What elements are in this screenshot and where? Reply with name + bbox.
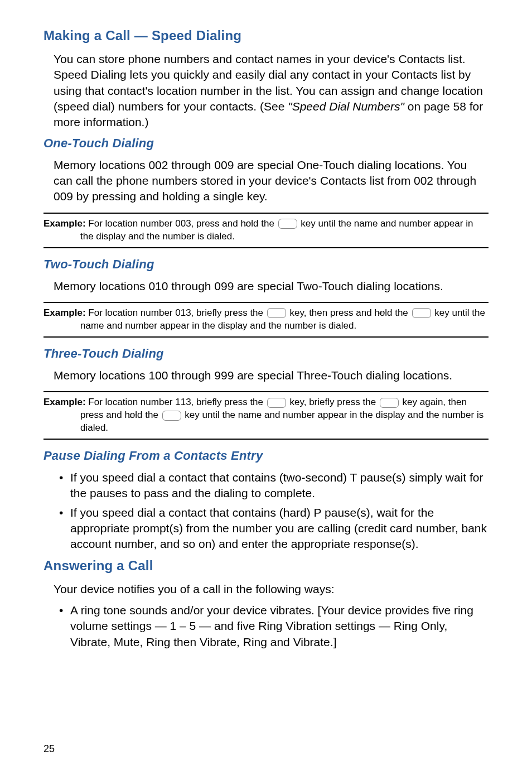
one-touch-paragraph: Memory locations 002 through 009 are spe… — [54, 157, 489, 205]
list-item: If you speed dial a contact that contain… — [59, 505, 489, 552]
list-item: A ring tone sounds and/or your device vi… — [59, 603, 489, 650]
ex2-b: key, then press and hold the — [287, 307, 411, 318]
example-box-one-touch: Example: For location number 003, press … — [43, 213, 489, 248]
key-3-icon — [162, 411, 181, 421]
example-label: Example: — [43, 307, 86, 318]
heading-pause-dialing: Pause Dialing From a Contacts Entry — [43, 449, 489, 463]
key-1-icon — [267, 398, 286, 408]
example-label: Example: — [43, 218, 86, 229]
heading-making-a-call: Making a Call — Speed Dialing — [43, 28, 489, 44]
key-1-icon — [380, 398, 399, 408]
two-touch-paragraph: Memory locations 010 through 099 are spe… — [54, 278, 489, 294]
three-touch-paragraph: Memory locations 100 through 999 are spe… — [54, 368, 489, 383]
example-one-touch-text: Example: For location number 003, press … — [43, 218, 489, 243]
key-3-icon — [412, 308, 431, 318]
pause-dialing-list: If you speed dial a contact that contain… — [59, 470, 489, 552]
answering-paragraph: Your device notifies you of a call in th… — [54, 581, 489, 597]
key-3-icon — [278, 219, 297, 229]
ex3-a: For location number 113, briefly press t… — [86, 397, 266, 407]
page-number: 25 — [43, 743, 55, 755]
heading-three-touch: Three-Touch Dialing — [43, 346, 489, 361]
heading-answering-call: Answering a Call — [43, 558, 489, 574]
intro-paragraph: You can store phone numbers and contact … — [54, 51, 489, 131]
example-box-two-touch: Example: For location number 013, briefl… — [43, 302, 489, 338]
example-three-touch-text: Example: For location number 113, briefl… — [43, 396, 489, 435]
heading-one-touch: One-Touch Dialing — [43, 136, 489, 151]
example-label: Example: — [43, 397, 86, 407]
intro-link-ref: "Speed Dial Numbers" — [288, 100, 404, 113]
key-1-icon — [267, 308, 286, 318]
answering-list: A ring tone sounds and/or your device vi… — [59, 603, 489, 650]
ex2-a: For location number 013, briefly press t… — [86, 307, 266, 318]
ex3-b: key, briefly press the — [287, 397, 379, 407]
list-item: If you speed dial a contact that contain… — [59, 470, 489, 502]
example-box-three-touch: Example: For location number 113, briefl… — [43, 391, 489, 440]
example-two-touch-text: Example: For location number 013, briefl… — [43, 307, 489, 333]
heading-two-touch: Two-Touch Dialing — [43, 257, 489, 272]
